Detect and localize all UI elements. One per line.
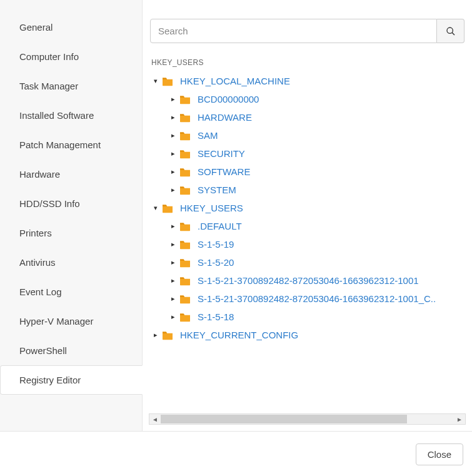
content-pane: HKEY_USERS ▾HKEY_LOCAL_MACHINE▸BCD000000… — [143, 0, 472, 431]
search-button[interactable] — [437, 19, 464, 43]
tree-node[interactable]: ▸S-1-5-21-3700892482-872053046-166396231… — [149, 271, 466, 290]
sidebar-item-antivirus[interactable]: Antivirus — [0, 248, 142, 277]
sidebar-item-powershell[interactable]: PowerShell — [0, 336, 142, 365]
footer: Close — [0, 432, 472, 476]
caret-right-icon[interactable]: ▸ — [169, 240, 178, 248]
caret-right-icon[interactable]: ▸ — [169, 149, 178, 158]
tree-node[interactable]: ▸SAM — [149, 126, 466, 144]
caret-right-icon[interactable]: ▸ — [169, 222, 178, 230]
tree-node-label: SOFTWARE — [198, 166, 250, 177]
tree-node-label: HARDWARE — [198, 112, 252, 123]
folder-icon — [179, 258, 191, 268]
tree-node[interactable]: ▸S-1-5-18 — [149, 308, 466, 326]
caret-down-icon[interactable]: ▾ — [151, 77, 160, 85]
scroll-right-arrow[interactable]: ► — [454, 414, 465, 424]
tree-node[interactable]: ▸.DEFAULT — [149, 217, 466, 235]
tree-node[interactable]: ▸HKEY_CURRENT_CONFIG — [149, 326, 466, 344]
tree-node-label: S-1-5-21-3700892482-872053046-1663962312… — [198, 293, 436, 304]
folder-icon — [161, 76, 174, 86]
sidebar-item-label: Event Log — [19, 286, 62, 297]
tree-node-label: .DEFAULT — [198, 221, 242, 231]
sidebar-item-task-manager[interactable]: Task Manager — [0, 71, 142, 101]
folder-icon — [179, 94, 191, 104]
sidebar-item-computer-info[interactable]: Computer Info — [0, 42, 142, 71]
close-button[interactable]: Close — [416, 443, 463, 465]
registry-tree[interactable]: ▾HKEY_LOCAL_MACHINE▸BCD00000000▸HARDWARE… — [149, 72, 466, 413]
tree-node[interactable]: ▾HKEY_USERS — [149, 199, 466, 217]
caret-right-icon[interactable]: ▸ — [169, 186, 178, 194]
tree-node-label: HKEY_LOCAL_MACHINE — [180, 76, 290, 86]
caret-right-icon[interactable]: ▸ — [169, 113, 178, 121]
search-icon — [446, 26, 456, 36]
sidebar-item-label: Antivirus — [19, 257, 56, 268]
sidebar-item-label: HDD/SSD Info — [19, 198, 80, 209]
tree-node-label: BCD00000000 — [198, 94, 259, 104]
tree-node[interactable]: ▸S-1-5-21-3700892482-872053046-166396231… — [149, 290, 466, 308]
sidebar-item-label: Computer Info — [19, 51, 79, 62]
sidebar-item-label: Task Manager — [19, 81, 78, 91]
tree-node[interactable]: ▸BCD00000000 — [149, 90, 466, 108]
sidebar-item-label: Installed Software — [19, 110, 94, 121]
caret-right-icon[interactable]: ▸ — [169, 95, 178, 103]
folder-icon — [179, 131, 191, 141]
scroll-track[interactable] — [161, 414, 454, 424]
sidebar-item-printers[interactable]: Printers — [0, 218, 142, 248]
caret-down-icon[interactable]: ▾ — [151, 204, 160, 212]
caret-right-icon[interactable]: ▸ — [169, 295, 178, 303]
tree-node-label: SECURITY — [198, 148, 245, 159]
folder-icon — [161, 203, 174, 213]
tree-node-label: SYSTEM — [198, 185, 236, 195]
tree-node[interactable]: ▸S-1-5-19 — [149, 235, 466, 253]
sidebar-item-hardware[interactable]: Hardware — [0, 160, 142, 189]
sidebar-item-hyper-v-manager[interactable]: Hyper-V Manager — [0, 306, 142, 336]
tree-node[interactable]: ▸S-1-5-20 — [149, 253, 466, 271]
caret-right-icon[interactable]: ▸ — [151, 331, 160, 339]
sidebar-item-general[interactable]: General — [0, 13, 142, 42]
tree-node-label: S-1-5-20 — [198, 257, 234, 268]
sidebar: GeneralComputer InfoTask ManagerInstalle… — [0, 0, 143, 431]
sidebar-item-label: General — [19, 22, 53, 33]
sidebar-item-label: Patch Management — [19, 139, 101, 150]
tree-node-label: S-1-5-19 — [198, 239, 234, 250]
svg-line-1 — [452, 33, 454, 35]
sidebar-item-installed-software[interactable]: Installed Software — [0, 101, 142, 130]
sidebar-item-label: Registry Editor — [19, 375, 81, 385]
tree-node-label: SAM — [198, 130, 218, 141]
sidebar-item-label: PowerShell — [19, 345, 67, 356]
folder-icon — [179, 312, 191, 322]
caret-right-icon[interactable]: ▸ — [169, 313, 178, 321]
caret-right-icon[interactable]: ▸ — [169, 258, 178, 266]
tree-node[interactable]: ▾HKEY_LOCAL_MACHINE — [149, 72, 466, 90]
tree-node[interactable]: ▸SOFTWARE — [149, 163, 466, 181]
folder-icon — [179, 240, 191, 250]
sidebar-item-patch-management[interactable]: Patch Management — [0, 130, 142, 160]
tree-node[interactable]: ▸HARDWARE — [149, 108, 466, 126]
caret-right-icon[interactable]: ▸ — [169, 168, 178, 176]
tree-node-label: S-1-5-18 — [198, 311, 234, 322]
folder-icon — [179, 276, 191, 286]
sidebar-item-registry-editor[interactable]: Registry Editor — [0, 365, 143, 395]
sidebar-item-hdd-ssd-info[interactable]: HDD/SSD Info — [0, 189, 142, 218]
breadcrumb: HKEY_USERS — [149, 56, 466, 72]
tree-node[interactable]: ▸SYSTEM — [149, 181, 466, 199]
search-row — [149, 19, 466, 43]
folder-icon — [179, 167, 191, 177]
tree-wrapper: ▾HKEY_LOCAL_MACHINE▸BCD00000000▸HARDWARE… — [149, 72, 466, 425]
sidebar-item-label: Printers — [19, 228, 52, 238]
scroll-left-arrow[interactable]: ◄ — [149, 414, 161, 424]
caret-right-icon[interactable]: ▸ — [169, 131, 178, 139]
horizontal-scrollbar[interactable]: ◄ ► — [149, 413, 466, 425]
search-input[interactable] — [150, 19, 437, 43]
folder-icon — [179, 294, 191, 304]
svg-point-0 — [447, 28, 453, 33]
tree-node[interactable]: ▸SECURITY — [149, 144, 466, 163]
caret-right-icon[interactable]: ▸ — [169, 276, 178, 285]
folder-icon — [161, 330, 174, 340]
scroll-thumb[interactable] — [161, 415, 407, 423]
sidebar-item-event-log[interactable]: Event Log — [0, 277, 142, 306]
folder-icon — [179, 185, 191, 195]
tree-node-label: S-1-5-21-3700892482-872053046-1663962312… — [198, 275, 419, 286]
folder-icon — [179, 113, 191, 123]
folder-icon — [179, 149, 191, 159]
sidebar-item-label: Hyper-V Manager — [19, 316, 93, 327]
